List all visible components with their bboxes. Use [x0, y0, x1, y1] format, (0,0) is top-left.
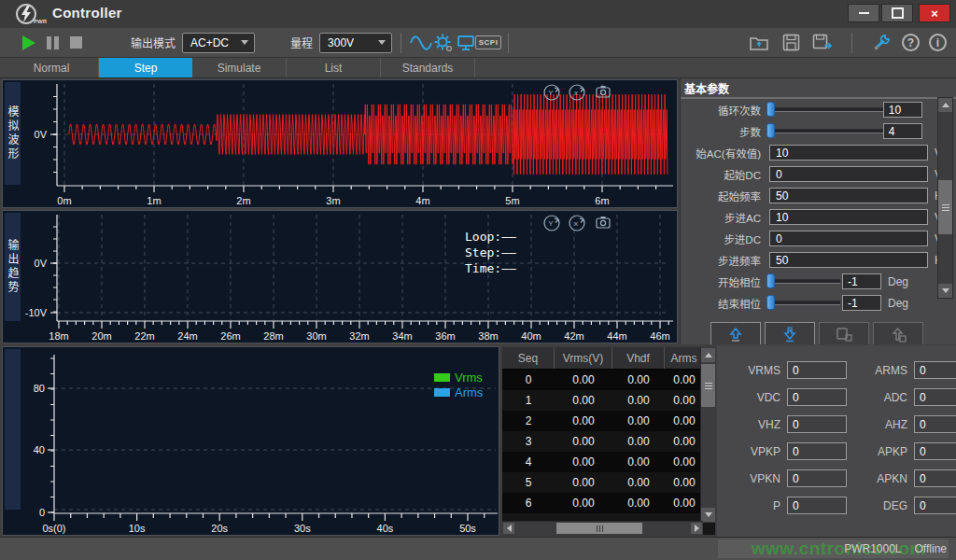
param-label: 步进AC: [681, 210, 761, 225]
copy-config-button[interactable]: [819, 322, 869, 344]
measure-label-deg: DEG: [853, 499, 907, 512]
param-input[interactable]: 50: [769, 188, 928, 203]
svg-text:30m: 30m: [306, 330, 326, 342]
chevron-down-icon: [378, 40, 386, 45]
monitor-button[interactable]: [455, 32, 477, 54]
column-header-vrmsv[interactable]: Vrms(V): [555, 347, 612, 369]
arrow-up-icon: [727, 327, 744, 343]
device-status: PWR1000LOffline: [844, 542, 947, 555]
output-mode-select[interactable]: AC+DC: [182, 33, 255, 53]
step-up-button[interactable]: [710, 322, 761, 344]
table-cell: 0.00: [612, 476, 665, 489]
param-slider[interactable]: [769, 107, 883, 112]
tab-list[interactable]: List: [287, 58, 381, 77]
param-input[interactable]: 0: [769, 231, 928, 246]
table-row[interactable]: 00.000.000.00: [502, 370, 715, 390]
table-row[interactable]: 50.000.000.00: [502, 472, 715, 493]
column-header-seq[interactable]: Seq: [502, 347, 555, 369]
slider-handle[interactable]: [766, 123, 775, 138]
tools-button[interactable]: [870, 32, 893, 54]
scrollbar-thumb[interactable]: [938, 180, 952, 234]
minimize-button[interactable]: [848, 4, 879, 22]
save-button[interactable]: [780, 32, 802, 54]
scroll-up-button[interactable]: [938, 98, 952, 112]
scrollbar-thumb[interactable]: [556, 523, 642, 534]
svg-text:34m: 34m: [392, 330, 412, 342]
analog-waveform-chart[interactable]: 模拟波形 0V0m1m2m3m4m5m6mYx: [2, 79, 678, 208]
table-row[interactable]: 10.000.000.00: [502, 390, 715, 411]
svg-text:0: 0: [39, 507, 45, 518]
help-button[interactable]: ?: [902, 34, 920, 51]
scroll-down-button[interactable]: [701, 508, 715, 522]
table-cell: 0.00: [665, 414, 704, 427]
stop-button[interactable]: [70, 36, 82, 49]
maximize-button[interactable]: [881, 4, 913, 22]
table-cell: 0.00: [555, 414, 612, 427]
scroll-up-button[interactable]: [701, 348, 715, 362]
table-cell: 1: [502, 394, 555, 407]
output-trend-chart[interactable]: 输出趋势 0V-10V18m20m22m24m26m28m30m32m34m36…: [2, 210, 678, 343]
param-input[interactable]: 10: [769, 209, 928, 225]
settings-button[interactable]: [432, 32, 455, 54]
measure-value-vdc: 0: [787, 388, 847, 406]
params-scrollbar[interactable]: [937, 97, 953, 299]
param-value[interactable]: -1: [842, 273, 881, 289]
output-mode-label: 输出模式: [131, 35, 176, 50]
param-value[interactable]: 4: [883, 123, 922, 139]
export-config-button[interactable]: [873, 322, 923, 344]
tab-step[interactable]: Step: [99, 58, 192, 77]
step-down-button[interactable]: [765, 322, 815, 344]
slider-handle[interactable]: [766, 102, 775, 117]
column-header-vhdf[interactable]: Vhdf: [612, 347, 665, 369]
param-input[interactable]: 50: [769, 252, 928, 268]
param-input[interactable]: 0: [769, 166, 928, 182]
measure-value-vrms: 0: [787, 361, 847, 379]
waveform-view-button[interactable]: [410, 32, 432, 54]
scrollbar-thumb[interactable]: [701, 364, 715, 407]
range-select[interactable]: 300V: [319, 33, 392, 53]
tab-simulate[interactable]: Simulate: [192, 58, 287, 77]
scroll-left-button[interactable]: [503, 523, 514, 534]
param-input[interactable]: 10: [769, 145, 928, 161]
param-unit: Deg: [888, 297, 908, 310]
play-button[interactable]: [22, 35, 35, 50]
table-hscrollbar[interactable]: [502, 521, 703, 535]
scroll-down-button[interactable]: [938, 284, 952, 298]
table-cell: 0.00: [665, 476, 704, 489]
table-row[interactable]: 40.000.000.00: [502, 452, 715, 472]
slider-handle[interactable]: [766, 273, 775, 288]
tab-normal[interactable]: Normal: [5, 58, 99, 77]
trend-chart-ylabel: 输出趋势: [5, 213, 21, 321]
table-row[interactable]: 20.000.000.00: [502, 411, 715, 431]
param-value[interactable]: 10: [883, 102, 922, 118]
param-slider[interactable]: [769, 279, 840, 284]
about-button[interactable]: i: [929, 34, 947, 51]
column-header-arms[interactable]: Arms: [665, 347, 704, 369]
svg-text:18m: 18m: [49, 330, 68, 342]
slider-handle[interactable]: [766, 295, 775, 310]
table-row[interactable]: 60.000.000.00: [502, 493, 715, 513]
param-label: 步进DC: [681, 231, 761, 246]
param-slider[interactable]: [769, 301, 840, 305]
table-vscrollbar[interactable]: [700, 347, 715, 523]
measure-label-vhz: VHZ: [730, 418, 780, 431]
param-row: 结束相位-1Deg: [681, 292, 956, 314]
table-row[interactable]: 30.000.000.00: [502, 431, 715, 452]
param-slider[interactable]: [769, 129, 883, 133]
table-cell: 0.00: [665, 394, 704, 407]
pause-button[interactable]: [47, 36, 59, 49]
open-file-button[interactable]: [748, 32, 770, 54]
close-button[interactable]: ×: [919, 4, 950, 22]
scroll-right-button[interactable]: [691, 523, 702, 534]
tab-standards[interactable]: Standards: [381, 58, 475, 77]
params-header: 基本参数: [681, 78, 956, 99]
svg-text:0V: 0V: [35, 129, 48, 140]
svg-text:20s: 20s: [211, 523, 228, 534]
scpi-button[interactable]: SCPI: [477, 32, 499, 54]
arrow-down-icon: [781, 327, 798, 343]
save-as-button[interactable]: [811, 32, 834, 54]
param-label: 起始DC: [681, 167, 761, 182]
param-value[interactable]: -1: [842, 295, 881, 311]
measure-trend-chart[interactable]: 804000s(0)10s20s30s40s50sVrmsArms: [2, 346, 499, 536]
sequence-table[interactable]: SeqVrms(V)VhdfArms 00.000.000.0010.000.0…: [501, 346, 716, 536]
